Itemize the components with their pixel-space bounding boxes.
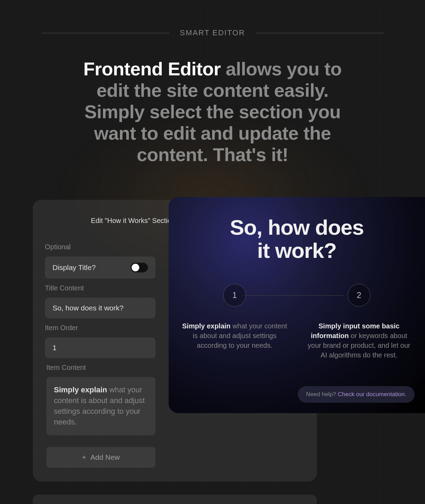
item-content-bold: Simply explain bbox=[54, 385, 107, 394]
label-optional: Optional bbox=[45, 243, 155, 251]
steps-row: 1 Simply explain what your content is ab… bbox=[169, 284, 425, 360]
display-title-label: Display Title? bbox=[53, 263, 96, 272]
step-1-text: Simply explain what your content is abou… bbox=[172, 321, 297, 350]
eyebrow-label: SMART EDITOR bbox=[180, 28, 245, 37]
preview-title-line1: So, how does bbox=[230, 215, 364, 239]
toggle-knob bbox=[132, 264, 139, 271]
help-prefix: Need help? bbox=[306, 391, 338, 398]
preview-title-line2: it work? bbox=[257, 239, 337, 262]
step-2-text: Simply input some basic information or k… bbox=[297, 321, 421, 360]
title-content-input[interactable]: So, how does it work? bbox=[45, 298, 155, 318]
plus-icon: + bbox=[82, 453, 86, 461]
save-changes-button[interactable]: Save Changes bbox=[33, 495, 317, 504]
label-title-content: Title Content bbox=[45, 284, 155, 292]
add-new-label: Add New bbox=[91, 453, 120, 461]
divider-line bbox=[41, 33, 169, 33]
item-content-input[interactable]: Simply explain what your content is abou… bbox=[46, 377, 155, 435]
form-column: Optional Display Title? Title Content So… bbox=[45, 243, 155, 467]
help-link[interactable]: Check our documentation. bbox=[338, 391, 406, 398]
step-1-bold: Simply explain bbox=[182, 322, 230, 330]
page-headline: Frontend Editor allows you to edit the s… bbox=[71, 58, 354, 165]
preview-title: So, how does it work? bbox=[169, 216, 425, 262]
step-2: 2 Simply input some basic information or… bbox=[297, 284, 421, 360]
display-title-field: Display Title? bbox=[45, 256, 155, 279]
item-order-input[interactable]: 1 bbox=[45, 337, 155, 358]
eyebrow-row: SMART EDITOR bbox=[0, 0, 425, 37]
label-item-order: Item Order bbox=[45, 324, 155, 332]
help-pill: Need help? Check our documentation. bbox=[298, 386, 415, 403]
headline-bold: Frontend Editor bbox=[83, 58, 220, 79]
preview-panel: So, how does it work? 1 Simply explain w… bbox=[169, 197, 425, 413]
divider-line bbox=[256, 33, 384, 33]
label-item-content: Item Content bbox=[46, 364, 155, 372]
add-new-button[interactable]: + Add New bbox=[46, 447, 155, 468]
step-1: 1 Simply explain what your content is ab… bbox=[172, 284, 297, 350]
step-number-badge: 1 bbox=[223, 284, 246, 307]
editor-section-title: Edit "How it Works" Section bbox=[91, 217, 175, 225]
step-number-badge: 2 bbox=[348, 284, 370, 307]
display-title-toggle[interactable] bbox=[131, 263, 148, 272]
